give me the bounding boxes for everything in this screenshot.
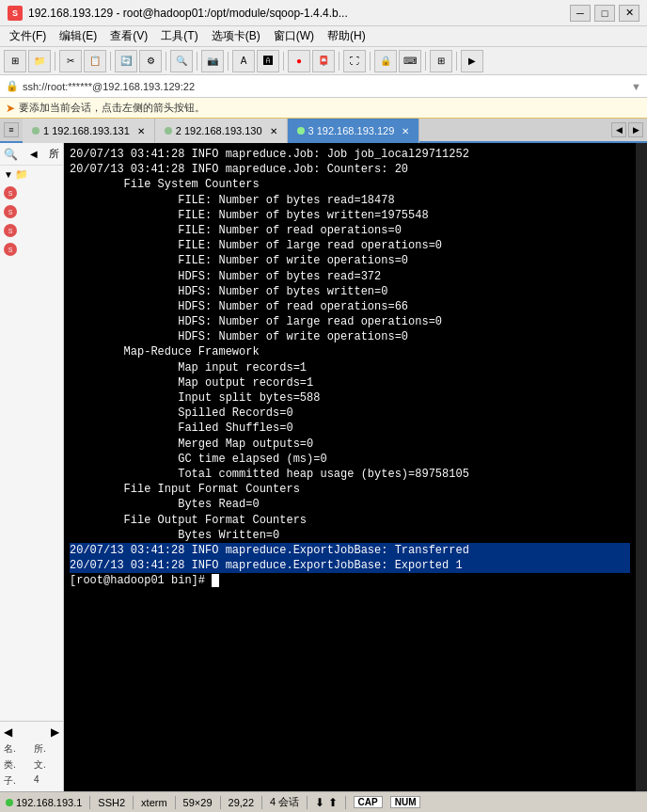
terminal-line-6: FILE: Number of read operations=0 <box>70 223 630 238</box>
sidebar-label-child[interactable]: 子. <box>2 773 31 788</box>
terminal-line-23: File Input Format Counters <box>70 482 630 497</box>
terminal-line-29: [root@hadoop01 bin]# <box>70 573 630 588</box>
tab-1[interactable]: 1 192.168.193.131 ✕ <box>23 119 155 143</box>
info-icon: ➤ <box>6 102 15 115</box>
terminal-line-22: Total committed heap usage (bytes)=89758… <box>70 467 630 482</box>
ssh-arrow-icon[interactable]: ▼ <box>631 81 641 92</box>
sidebar-label-all[interactable]: 所. <box>32 741 61 756</box>
sidebar-red-icon-3: S <box>4 224 17 237</box>
status-cursor: 29,22 <box>229 797 255 808</box>
main-area: 🔍 ◀ 所 ▼ 📁 S S S S ◀ ▶ 名. 所. <box>0 143 647 791</box>
maximize-button[interactable]: □ <box>594 5 615 22</box>
connection-indicator <box>6 799 13 806</box>
status-size: 59×29 <box>183 797 213 808</box>
tab-2-label: 2 192.168.193.130 <box>176 125 262 136</box>
sidebar: 🔍 ◀ 所 ▼ 📁 S S S S ◀ ▶ 名. 所. <box>0 143 64 791</box>
terminal[interactable]: 20/07/13 03:41:28 INFO mapreduce.Job: Jo… <box>64 143 636 791</box>
toolbar-btn-8[interactable]: 📷 <box>201 50 224 72</box>
sidebar-labels: 名. 所. 类. 文. 子. 4 <box>0 740 63 789</box>
sidebar-expand-icon: ▼ <box>4 169 13 180</box>
tab-list-icon[interactable]: ≡ <box>4 122 19 137</box>
sidebar-item-3[interactable]: S <box>0 221 63 240</box>
sidebar-label-count[interactable]: 4 <box>32 773 61 788</box>
toolbar-btn-3[interactable]: ✂ <box>59 50 82 72</box>
terminal-line-20: Merged Map outputs=0 <box>70 437 630 452</box>
tab-prev-icon[interactable]: ◀ <box>611 122 626 137</box>
ssh-address: ssh://root:******@192.168.193.129:22 <box>23 81 627 92</box>
toolbar: ⊞ 📁 ✂ 📋 🔄 ⚙ 🔍 📷 A 🅰 ● 📮 ⛶ 🔒 ⌨ ⊞ ▶ <box>0 47 647 75</box>
sidebar-tree-expand[interactable]: ▼ 📁 <box>0 166 63 183</box>
terminal-line-13: HDFS: Number of write operations=0 <box>70 329 630 344</box>
sidebar-item-1[interactable]: S <box>0 183 63 202</box>
minimize-button[interactable]: ─ <box>570 5 591 22</box>
sidebar-left-arrow[interactable]: ◀ <box>4 725 12 739</box>
sidebar-red-icon-2: S <box>4 205 17 218</box>
status-arrows[interactable]: ⬇ ⬆ <box>315 796 337 809</box>
toolbar-btn-1[interactable]: ⊞ <box>4 50 26 72</box>
toolbar-btn-2[interactable]: 📁 <box>28 50 51 72</box>
terminal-line-7: FILE: Number of large read operations=0 <box>70 238 630 253</box>
sidebar-label-type[interactable]: 类. <box>2 757 31 772</box>
terminal-line-4: FILE: Number of bytes read=18478 <box>70 193 630 208</box>
sidebar-red-icon-1: S <box>4 186 17 199</box>
sidebar-red-icon-4: S <box>4 243 17 256</box>
sidebar-search-icon[interactable]: 🔍 <box>4 148 18 161</box>
toolbar-btn-16[interactable]: ⊞ <box>430 50 452 72</box>
tab-2-indicator <box>165 127 172 135</box>
sidebar-label-text[interactable]: 文. <box>32 757 61 772</box>
terminal-line-1: 20/07/13 03:41:28 INFO mapreduce.Job: Jo… <box>70 147 630 162</box>
sidebar-item-4[interactable]: S <box>0 240 63 259</box>
toolbar-btn-5[interactable]: 🔄 <box>115 50 137 72</box>
tab-1-close[interactable]: ✕ <box>137 126 145 136</box>
menu-window[interactable]: 窗口(W) <box>268 26 320 46</box>
menu-help[interactable]: 帮助(H) <box>322 26 371 46</box>
tab-next-icon[interactable]: ▶ <box>628 122 643 137</box>
terminal-line-21: GC time elapsed (ms)=0 <box>70 452 630 467</box>
terminal-line-19: Failed Shuffles=0 <box>70 421 630 436</box>
toolbar-btn-14[interactable]: 🔒 <box>374 50 397 72</box>
toolbar-btn-11[interactable]: ● <box>288 50 310 72</box>
window-controls[interactable]: ─ □ ✕ <box>570 5 639 22</box>
scrollbar[interactable] <box>636 143 647 791</box>
sidebar-bottom: ◀ ▶ 名. 所. 类. 文. 子. 4 <box>0 721 63 791</box>
sidebar-header: 🔍 ◀ 所 <box>0 143 63 166</box>
close-button[interactable]: ✕ <box>619 5 639 22</box>
toolbar-btn-12[interactable]: 📮 <box>312 50 335 72</box>
menu-edit[interactable]: 编辑(E) <box>54 26 103 46</box>
menu-options[interactable]: 选项卡(B) <box>206 26 266 46</box>
tab-1-label: 1 192.168.193.131 <box>43 125 130 136</box>
status-num: NUM <box>390 796 421 808</box>
status-indicator-item: 192.168.193.1 <box>6 797 82 808</box>
tab-bar: ≡ 1 192.168.193.131 ✕ 2 192.168.193.130 … <box>0 119 647 143</box>
toolbar-btn-4[interactable]: 📋 <box>84 50 106 72</box>
terminal-line-11: HDFS: Number of read operations=66 <box>70 299 630 314</box>
toolbar-btn-17[interactable]: ▶ <box>461 50 483 72</box>
terminal-cursor <box>212 574 219 587</box>
status-ip: 192.168.193.1 <box>16 797 82 808</box>
menu-view[interactable]: 查看(V) <box>104 26 153 46</box>
toolbar-btn-9[interactable]: A <box>232 50 255 72</box>
terminal-line-24: Bytes Read=0 <box>70 497 630 512</box>
toolbar-btn-13[interactable]: ⛶ <box>343 50 366 72</box>
toolbar-btn-10[interactable]: 🅰 <box>257 50 279 72</box>
sidebar-label-name[interactable]: 名. <box>2 741 31 756</box>
tab-3-close[interactable]: ✕ <box>402 126 409 136</box>
sidebar-folder-icon: 📁 <box>15 168 28 181</box>
sidebar-item-2[interactable]: S <box>0 202 63 221</box>
terminal-line-9: HDFS: Number of bytes read=372 <box>70 269 630 284</box>
app-icon: S <box>8 6 23 21</box>
tab-2-close[interactable]: ✕ <box>270 126 277 136</box>
toolbar-btn-7[interactable]: 🔍 <box>170 50 193 72</box>
tab-2[interactable]: 2 192.168.193.130 ✕ <box>155 119 288 143</box>
terminal-line-10: HDFS: Number of bytes written=0 <box>70 284 630 299</box>
sidebar-collapse-icon[interactable]: ◀ <box>30 149 38 159</box>
toolbar-btn-15[interactable]: ⌨ <box>399 50 421 72</box>
terminal-line-15: Map input records=1 <box>70 360 630 375</box>
toolbar-btn-6[interactable]: ⚙ <box>139 50 162 72</box>
sidebar-right-arrow[interactable]: ▶ <box>51 725 59 739</box>
sidebar-nav-controls: ◀ ▶ <box>0 724 63 740</box>
menu-file[interactable]: 文件(F) <box>4 26 52 46</box>
menu-tools[interactable]: 工具(T) <box>155 26 203 46</box>
tab-3[interactable]: 3 192.168.193.129 ✕ <box>288 119 420 143</box>
terminal-line-14: Map-Reduce Framework <box>70 344 630 359</box>
